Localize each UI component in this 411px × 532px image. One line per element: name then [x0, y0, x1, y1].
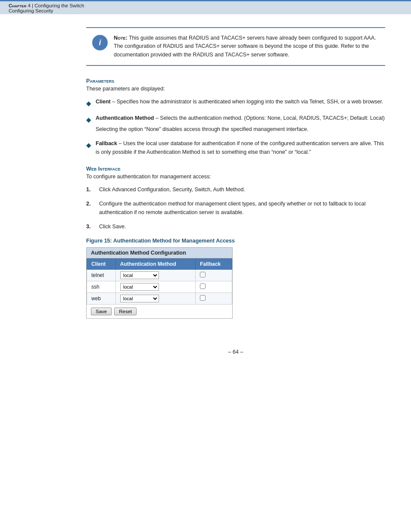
step-num-1: 1.	[86, 186, 94, 194]
bullet-diamond-icon: ◆	[86, 98, 91, 108]
col-auth-method: Authentication Method	[115, 259, 195, 270]
list-item: ◆ Client – Specifies how the administrat…	[86, 98, 385, 108]
param-fallback: Fallback – Uses the local user database …	[96, 140, 385, 156]
web-interface-heading: Web Interface	[86, 166, 385, 172]
bullet-diamond-icon: ◆	[86, 115, 91, 124]
step-1-text: Click Advanced Configuration, Security, …	[99, 186, 245, 194]
param-auth-method-term: Authentication Method	[96, 115, 154, 121]
chapter-title: Configuring the Switch	[34, 3, 84, 8]
param-auth-method-desc: Selects the authentication method. (Opti…	[160, 115, 385, 121]
figure-caption: Figure 15: Authentication Method for Man…	[86, 238, 385, 244]
step-num-2: 2.	[86, 200, 94, 208]
param-fallback-term: Fallback	[96, 140, 117, 146]
param-client: Client – Specifies how the administrator…	[96, 98, 385, 106]
auth-method-widget: Authentication Method Configuration Clie…	[86, 247, 233, 319]
fallback-checkbox-web[interactable]	[200, 295, 206, 301]
method-select-telnet[interactable]: local None RADIUS TACACS+	[120, 271, 159, 279]
step-3: 3. Click Save.	[86, 223, 385, 231]
reset-button[interactable]: Reset	[114, 308, 137, 315]
cell-method-ssh: local None RADIUS TACACS+	[115, 281, 195, 293]
table-row: ssh local None RADIUS TACACS+	[87, 281, 232, 293]
auth-method-table: Client Authentication Method Fallback te…	[87, 258, 232, 305]
list-item: ◆ Fallback – Uses the local user databas…	[86, 140, 385, 156]
bullet-diamond-icon: ◆	[86, 140, 91, 150]
header-bar: Chapter 4 | Configuring the Switch Confi…	[0, 0, 411, 14]
note-text: Note: This guide assumes that RADIUS and…	[114, 34, 377, 59]
page-footer: – 64 –	[86, 349, 385, 355]
table-row: telnet local None RADIUS TACACS+	[87, 270, 232, 281]
chapter-label: Chapter	[9, 3, 26, 8]
steps-list: 1. Click Advanced Configuration, Securit…	[86, 186, 385, 231]
step-2-text: Configure the authentication method for …	[99, 200, 385, 217]
main-content: i Note: This guide assumes that RADIUS a…	[0, 14, 411, 372]
save-button[interactable]: Save	[91, 308, 112, 315]
col-fallback: Fallback	[196, 259, 232, 270]
param-client-dash: –	[112, 99, 116, 105]
param-fallback-dash: –	[119, 140, 123, 146]
param-fallback-desc: Uses the local user database for authent…	[96, 140, 384, 155]
cell-client-web: web	[87, 293, 116, 305]
col-client: Client	[87, 259, 116, 270]
parameters-heading: Parameters	[86, 78, 385, 84]
widget-title: Authentication Method Configuration	[87, 248, 232, 258]
parameters-list: ◆ Client – Specifies how the administrat…	[86, 98, 385, 156]
cell-fallback-ssh	[196, 281, 232, 293]
fallback-checkbox-ssh[interactable]	[200, 283, 206, 289]
param-client-term: Client	[96, 99, 111, 105]
note-body: This guide assumes that RADIUS and TACAC…	[114, 35, 376, 58]
cell-client-ssh: ssh	[87, 281, 116, 293]
widget-button-bar: Save Reset	[87, 305, 232, 318]
list-item: ◆ Authentication Method – Selects the au…	[86, 114, 385, 134]
param-auth-method-sub: Selecting the option “None” disables acc…	[96, 125, 385, 134]
step-num-3: 3.	[86, 223, 94, 231]
header-sub-title: Configuring Security	[9, 8, 402, 13]
cell-client-telnet: telnet	[87, 270, 116, 281]
note-box: i Note: This guide assumes that RADIUS a…	[86, 27, 385, 66]
cell-method-web: local None RADIUS TACACS+	[115, 293, 195, 305]
method-select-ssh[interactable]: local None RADIUS TACACS+	[120, 283, 159, 291]
note-label: Note:	[114, 35, 128, 41]
header-chapter: Chapter 4 | Configuring the Switch	[9, 3, 402, 8]
chapter-num: 4	[28, 3, 30, 8]
param-auth-method-dash: –	[156, 115, 160, 121]
step-1: 1. Click Advanced Configuration, Securit…	[86, 186, 385, 194]
table-header-row: Client Authentication Method Fallback	[87, 259, 232, 270]
chapter-sep: |	[32, 3, 33, 8]
step-2: 2. Configure the authentication method f…	[86, 200, 385, 217]
cell-fallback-telnet	[196, 270, 232, 281]
step-3-text: Click Save.	[99, 223, 126, 231]
parameters-intro: These parameters are displayed:	[86, 86, 385, 92]
web-interface-intro: To configure authentication for manageme…	[86, 174, 385, 180]
page-number: – 64 –	[228, 349, 243, 355]
cell-method-telnet: local None RADIUS TACACS+	[115, 270, 195, 281]
table-row: web local None RADIUS TACACS+	[87, 293, 232, 305]
method-select-web[interactable]: local None RADIUS TACACS+	[120, 295, 159, 302]
fallback-checkbox-telnet[interactable]	[200, 272, 206, 277]
info-icon: i	[92, 35, 108, 50]
cell-fallback-web	[196, 293, 232, 305]
param-client-desc: Specifies how the administrator is authe…	[117, 99, 383, 105]
param-auth-method: Authentication Method – Selects the auth…	[96, 114, 385, 134]
